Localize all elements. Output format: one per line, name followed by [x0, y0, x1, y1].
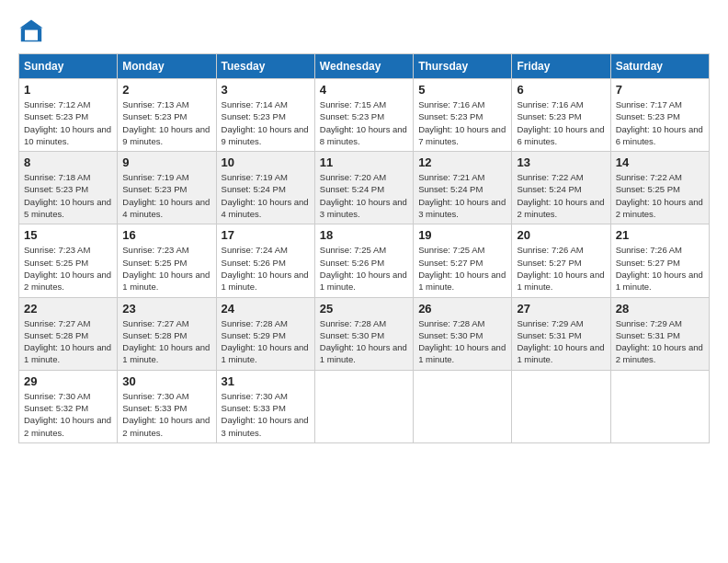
day-info: Sunrise: 7:23 AMSunset: 5:25 PMDaylight:… [24, 244, 112, 293]
calendar-week-row: 1 Sunrise: 7:12 AMSunset: 5:23 PMDayligh… [19, 79, 710, 152]
day-info: Sunrise: 7:14 AMSunset: 5:23 PMDaylight:… [222, 98, 310, 147]
header-day: Saturday [610, 54, 709, 79]
day-info: Sunrise: 7:26 AMSunset: 5:27 PMDaylight:… [616, 244, 704, 293]
day-number: 16 [122, 228, 210, 242]
calendar-week-row: 8 Sunrise: 7:18 AMSunset: 5:23 PMDayligh… [19, 152, 710, 224]
day-info: Sunrise: 7:13 AMSunset: 5:23 PMDaylight:… [122, 98, 210, 147]
day-info: Sunrise: 7:25 AMSunset: 5:26 PMDaylight:… [320, 244, 408, 293]
day-number: 17 [222, 228, 310, 242]
day-info: Sunrise: 7:29 AMSunset: 5:31 PMDaylight:… [517, 317, 605, 366]
day-number: 29 [24, 374, 112, 388]
calendar-day-cell: 11 Sunrise: 7:20 AMSunset: 5:24 PMDaylig… [314, 152, 413, 224]
logo-icon [18, 18, 44, 44]
calendar-week-row: 15 Sunrise: 7:23 AMSunset: 5:25 PMDaylig… [19, 224, 710, 297]
day-number: 31 [222, 374, 310, 388]
day-info: Sunrise: 7:25 AMSunset: 5:27 PMDaylight:… [418, 244, 506, 293]
calendar-day-cell: 28 Sunrise: 7:29 AMSunset: 5:31 PMDaylig… [610, 297, 709, 370]
calendar-day-cell: 15 Sunrise: 7:23 AMSunset: 5:25 PMDaylig… [19, 224, 118, 297]
calendar-day-cell: 8 Sunrise: 7:18 AMSunset: 5:23 PMDayligh… [19, 152, 118, 224]
calendar-day-cell: 26 Sunrise: 7:28 AMSunset: 5:30 PMDaylig… [414, 297, 512, 370]
day-number: 4 [320, 83, 408, 97]
day-number: 25 [320, 302, 408, 316]
calendar-day-cell [610, 370, 709, 442]
day-number: 30 [122, 374, 210, 388]
day-info: Sunrise: 7:23 AMSunset: 5:25 PMDaylight:… [122, 244, 210, 293]
calendar-table: SundayMondayTuesdayWednesdayThursdayFrid… [18, 53, 710, 443]
calendar-week-row: 22 Sunrise: 7:27 AMSunset: 5:28 PMDaylig… [19, 297, 710, 370]
calendar-day-cell: 22 Sunrise: 7:27 AMSunset: 5:28 PMDaylig… [19, 297, 118, 370]
day-info: Sunrise: 7:19 AMSunset: 5:24 PMDaylight:… [222, 171, 310, 220]
calendar-day-cell [314, 370, 413, 442]
day-number: 10 [222, 155, 310, 169]
calendar-day-cell: 12 Sunrise: 7:21 AMSunset: 5:24 PMDaylig… [414, 152, 512, 224]
day-info: Sunrise: 7:20 AMSunset: 5:24 PMDaylight:… [320, 171, 408, 220]
header-row: SundayMondayTuesdayWednesdayThursdayFrid… [19, 54, 710, 79]
calendar-day-cell: 10 Sunrise: 7:19 AMSunset: 5:24 PMDaylig… [216, 152, 314, 224]
svg-rect-2 [25, 30, 38, 40]
calendar-day-cell: 9 Sunrise: 7:19 AMSunset: 5:23 PMDayligh… [118, 152, 216, 224]
day-info: Sunrise: 7:27 AMSunset: 5:28 PMDaylight:… [24, 317, 112, 366]
header-day: Thursday [414, 54, 512, 79]
day-info: Sunrise: 7:16 AMSunset: 5:23 PMDaylight:… [418, 98, 506, 147]
day-info: Sunrise: 7:27 AMSunset: 5:28 PMDaylight:… [122, 317, 210, 366]
logo [18, 18, 48, 44]
day-info: Sunrise: 7:22 AMSunset: 5:24 PMDaylight:… [517, 171, 605, 220]
calendar-day-cell: 5 Sunrise: 7:16 AMSunset: 5:23 PMDayligh… [414, 79, 512, 152]
calendar-body: 1 Sunrise: 7:12 AMSunset: 5:23 PMDayligh… [19, 79, 710, 443]
calendar-day-cell: 13 Sunrise: 7:22 AMSunset: 5:24 PMDaylig… [512, 152, 610, 224]
calendar-day-cell [414, 370, 512, 442]
calendar-day-cell: 18 Sunrise: 7:25 AMSunset: 5:26 PMDaylig… [314, 224, 413, 297]
day-number: 23 [122, 302, 210, 316]
day-info: Sunrise: 7:16 AMSunset: 5:23 PMDaylight:… [517, 98, 605, 147]
day-info: Sunrise: 7:17 AMSunset: 5:23 PMDaylight:… [616, 98, 704, 147]
calendar-day-cell: 21 Sunrise: 7:26 AMSunset: 5:27 PMDaylig… [610, 224, 709, 297]
calendar-day-cell: 20 Sunrise: 7:26 AMSunset: 5:27 PMDaylig… [512, 224, 610, 297]
calendar-day-cell: 14 Sunrise: 7:22 AMSunset: 5:25 PMDaylig… [610, 152, 709, 224]
calendar-day-cell: 24 Sunrise: 7:28 AMSunset: 5:29 PMDaylig… [216, 297, 314, 370]
calendar-header: SundayMondayTuesdayWednesdayThursdayFrid… [19, 54, 710, 79]
day-info: Sunrise: 7:28 AMSunset: 5:30 PMDaylight:… [418, 317, 506, 366]
day-number: 22 [24, 302, 112, 316]
day-number: 24 [222, 302, 310, 316]
day-number: 8 [24, 155, 112, 169]
day-info: Sunrise: 7:15 AMSunset: 5:23 PMDaylight:… [320, 98, 408, 147]
header-day: Friday [512, 54, 610, 79]
calendar-day-cell: 25 Sunrise: 7:28 AMSunset: 5:30 PMDaylig… [314, 297, 413, 370]
header-day: Wednesday [314, 54, 413, 79]
calendar-day-cell: 23 Sunrise: 7:27 AMSunset: 5:28 PMDaylig… [118, 297, 216, 370]
day-info: Sunrise: 7:22 AMSunset: 5:25 PMDaylight:… [616, 171, 704, 220]
calendar-day-cell: 29 Sunrise: 7:30 AMSunset: 5:32 PMDaylig… [19, 370, 118, 442]
day-number: 18 [320, 228, 408, 242]
day-info: Sunrise: 7:12 AMSunset: 5:23 PMDaylight:… [24, 98, 112, 147]
calendar-day-cell: 30 Sunrise: 7:30 AMSunset: 5:33 PMDaylig… [118, 370, 216, 442]
day-number: 11 [320, 155, 408, 169]
calendar-day-cell [512, 370, 610, 442]
day-number: 21 [616, 228, 704, 242]
calendar-day-cell: 2 Sunrise: 7:13 AMSunset: 5:23 PMDayligh… [118, 79, 216, 152]
calendar-day-cell: 27 Sunrise: 7:29 AMSunset: 5:31 PMDaylig… [512, 297, 610, 370]
calendar-day-cell: 16 Sunrise: 7:23 AMSunset: 5:25 PMDaylig… [118, 224, 216, 297]
calendar-day-cell: 1 Sunrise: 7:12 AMSunset: 5:23 PMDayligh… [19, 79, 118, 152]
day-info: Sunrise: 7:26 AMSunset: 5:27 PMDaylight:… [517, 244, 605, 293]
day-info: Sunrise: 7:30 AMSunset: 5:33 PMDaylight:… [122, 390, 210, 439]
calendar-day-cell: 3 Sunrise: 7:14 AMSunset: 5:23 PMDayligh… [216, 79, 314, 152]
calendar-day-cell: 17 Sunrise: 7:24 AMSunset: 5:26 PMDaylig… [216, 224, 314, 297]
day-number: 13 [517, 155, 605, 169]
day-number: 2 [122, 83, 210, 97]
day-info: Sunrise: 7:28 AMSunset: 5:29 PMDaylight:… [222, 317, 310, 366]
day-number: 3 [222, 83, 310, 97]
day-info: Sunrise: 7:29 AMSunset: 5:31 PMDaylight:… [616, 317, 704, 366]
day-number: 9 [122, 155, 210, 169]
day-info: Sunrise: 7:30 AMSunset: 5:32 PMDaylight:… [24, 390, 112, 439]
day-info: Sunrise: 7:19 AMSunset: 5:23 PMDaylight:… [122, 171, 210, 220]
day-number: 19 [418, 228, 506, 242]
day-number: 7 [616, 83, 704, 97]
calendar-day-cell: 31 Sunrise: 7:30 AMSunset: 5:33 PMDaylig… [216, 370, 314, 442]
day-number: 5 [418, 83, 506, 97]
day-number: 20 [517, 228, 605, 242]
calendar-week-row: 29 Sunrise: 7:30 AMSunset: 5:32 PMDaylig… [19, 370, 710, 442]
day-number: 14 [616, 155, 704, 169]
day-info: Sunrise: 7:18 AMSunset: 5:23 PMDaylight:… [24, 171, 112, 220]
header-day: Monday [118, 54, 216, 79]
header-day: Sunday [19, 54, 118, 79]
